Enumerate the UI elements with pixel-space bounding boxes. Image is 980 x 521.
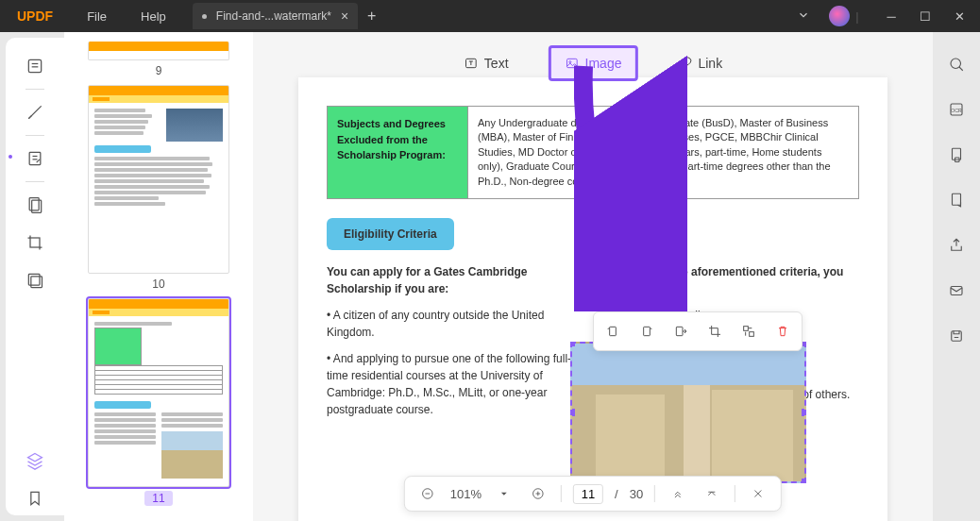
minimize-button[interactable]: ─ (884, 9, 899, 24)
tab-close-icon[interactable]: × (341, 8, 348, 24)
svg-rect-0 (28, 59, 41, 72)
svg-rect-34 (952, 331, 962, 342)
user-avatar[interactable] (829, 6, 850, 26)
current-page-input[interactable] (573, 484, 603, 504)
document-viewport[interactable]: Text Image Link Subjects and Degrees Exc… (253, 32, 933, 521)
svg-rect-33 (951, 287, 962, 295)
bookmark-icon[interactable] (18, 481, 52, 515)
organize-icon[interactable] (18, 188, 52, 222)
svg-text:OCR: OCR (951, 108, 962, 113)
svg-rect-32 (953, 193, 961, 205)
redact-icon[interactable] (18, 263, 52, 297)
excluded-subjects-text: Any Undergraduate degree, Business Docto… (468, 106, 859, 199)
resize-handle[interactable] (570, 409, 575, 416)
protect-icon[interactable] (941, 140, 972, 170)
col1-bullet: • A citizen of any country outside the U… (327, 307, 574, 341)
ocr-icon[interactable]: OCR (941, 94, 972, 125)
document-tab[interactable]: Find-and-...watermark* × (193, 3, 358, 29)
selected-image[interactable] (570, 342, 806, 483)
search-icon[interactable] (941, 49, 972, 79)
image-tool-label: Image (585, 56, 622, 71)
svg-rect-17 (744, 327, 749, 331)
first-page-button[interactable] (667, 482, 689, 505)
annotate-icon[interactable] (18, 95, 52, 129)
prev-page-button[interactable] (701, 482, 723, 505)
thumbnail-label: 10 (152, 277, 164, 291)
image-tool-button[interactable]: Image (549, 45, 638, 81)
menu-file[interactable]: File (70, 9, 124, 24)
menu-help[interactable]: Help (124, 9, 183, 24)
thumbnail-label: 9 (156, 64, 162, 77)
crop-image-icon[interactable] (701, 318, 728, 345)
svg-point-26 (951, 59, 961, 69)
svg-rect-18 (750, 332, 754, 337)
svg-line-27 (959, 67, 963, 71)
col2-intro: Besides these aforementioned criteria, y… (612, 263, 859, 297)
zoom-dropdown-icon[interactable] (493, 482, 515, 505)
total-pages: 30 (630, 487, 643, 501)
workspace: 9 (0, 32, 980, 521)
save-icon[interactable] (941, 321, 972, 351)
edit-tools-bar: Text Image Link (450, 45, 735, 81)
image-context-toolbar (593, 311, 803, 351)
right-rail: OCR (933, 32, 980, 521)
link-tool-label: Link (698, 56, 722, 71)
tab-dot-icon (202, 14, 207, 19)
svg-rect-10 (31, 277, 42, 288)
close-toolbar-button[interactable] (747, 482, 769, 505)
svg-rect-3 (29, 152, 41, 164)
edit-icon[interactable] (18, 142, 52, 176)
delete-icon[interactable] (769, 318, 796, 345)
bottom-toolbar: 101% / 30 (404, 476, 782, 512)
svg-rect-15 (644, 327, 651, 335)
col1-intro: You can apply for a Gates Cambridge Scho… (327, 263, 574, 297)
rotate-left-icon[interactable] (600, 318, 626, 345)
document-page: Subjects and Degrees Excluded from the S… (298, 77, 887, 521)
text-tool-label: Text (484, 56, 509, 71)
left-rail (6, 38, 64, 515)
close-button[interactable]: ✕ (952, 9, 967, 24)
maximize-button[interactable]: ☐ (918, 9, 933, 24)
zoom-percent: 101% (450, 487, 482, 501)
text-tool-button[interactable]: Text (450, 48, 522, 78)
col1-bullet: • And applying to pursue one of the foll… (327, 350, 574, 418)
page-sep: / (615, 487, 618, 501)
layers-icon[interactable] (18, 444, 52, 478)
share-icon[interactable] (941, 230, 972, 260)
extract-icon[interactable] (667, 318, 694, 345)
thumbnail-label: 11 (144, 491, 172, 506)
eligibility-heading: Eligibility Criteria (327, 218, 454, 250)
reader-mode-icon[interactable] (18, 49, 52, 83)
resize-handle[interactable] (570, 342, 575, 346)
crop-icon[interactable] (18, 226, 52, 260)
app-logo: UPDF (0, 8, 70, 24)
thumbnail-panel[interactable]: 9 (64, 32, 253, 521)
thumbnail-page-9[interactable] (88, 42, 229, 60)
svg-rect-8 (30, 238, 40, 247)
rotate-right-icon[interactable] (634, 318, 660, 345)
excluded-subjects-header: Subjects and Degrees Excluded from the S… (327, 106, 468, 199)
divider-icon: | (850, 9, 865, 24)
svg-rect-9 (28, 274, 40, 285)
email-icon[interactable] (941, 276, 972, 306)
thumbnail-page-11[interactable] (88, 298, 229, 487)
chevron-down-icon[interactable] (797, 8, 810, 25)
resize-handle[interactable] (802, 409, 806, 416)
tab-title: Find-and-...watermark* (216, 9, 331, 23)
resize-handle[interactable] (802, 479, 806, 483)
svg-rect-14 (610, 327, 617, 335)
form-icon[interactable] (941, 185, 972, 215)
link-tool-button[interactable]: Link (664, 48, 735, 78)
zoom-out-button[interactable] (416, 482, 439, 505)
svg-rect-12 (566, 59, 577, 67)
svg-rect-16 (676, 327, 683, 335)
zoom-in-button[interactable] (527, 482, 549, 505)
new-tab-button[interactable]: + (367, 8, 376, 25)
thumbnail-page-10[interactable] (88, 85, 229, 274)
replace-icon[interactable] (735, 318, 762, 345)
titlebar: UPDF File Help Find-and-...watermark* × … (0, 0, 980, 32)
